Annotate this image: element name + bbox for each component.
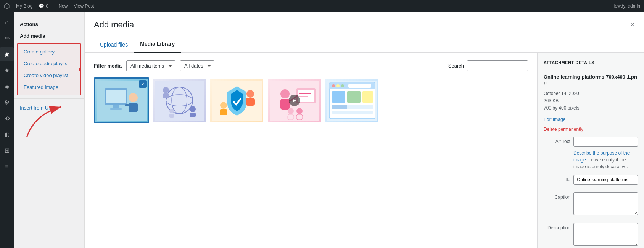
svg-point-42 bbox=[341, 84, 344, 87]
filter-bar: Filter media All media items All dates S… bbox=[94, 60, 528, 71]
svg-point-18 bbox=[169, 109, 174, 113]
main-layout: ⌂ ✏ ◉ ★ ◈ ⚙ ⟲ ◐ ⊞ ≡ Actions Add media Cr… bbox=[0, 12, 644, 248]
svg-rect-19 bbox=[169, 114, 174, 118]
svg-rect-49 bbox=[332, 105, 347, 109]
alt-text-row: Alt Text bbox=[544, 137, 638, 147]
sidebar-icon-posts[interactable]: ✏ bbox=[0, 31, 14, 45]
sidebar-icon-comments[interactable]: ◈ bbox=[0, 79, 14, 93]
dialog-close-button[interactable]: × bbox=[630, 21, 635, 29]
wp-logo[interactable]: ⬡ bbox=[4, 2, 10, 10]
search-area: Search bbox=[448, 60, 528, 71]
sidebar-icon-pages[interactable]: ★ bbox=[0, 63, 14, 77]
svg-rect-24 bbox=[220, 109, 227, 115]
media-item-1[interactable]: ✓ bbox=[94, 77, 149, 123]
admin-bar-howdy: Howdy, admin bbox=[612, 3, 640, 9]
attachment-filename: Online-learning-platforms-700x400-1.png bbox=[544, 74, 638, 85]
svg-rect-22 bbox=[246, 98, 255, 106]
tab-upload-files[interactable]: Upload files bbox=[94, 36, 134, 53]
add-media-header[interactable]: Add media bbox=[14, 30, 84, 42]
sidebar-icon-plugins[interactable]: ⟲ bbox=[0, 111, 14, 125]
svg-point-14 bbox=[163, 87, 169, 93]
svg-point-35 bbox=[296, 108, 303, 114]
sidebar-icon-users[interactable]: ◐ bbox=[0, 127, 14, 141]
delete-permanently-link[interactable]: Delete permanently bbox=[544, 127, 638, 132]
image-grid: ✓ bbox=[94, 77, 528, 123]
alt-text-input[interactable] bbox=[573, 137, 638, 147]
search-input[interactable] bbox=[467, 60, 528, 71]
actions-section-header: Actions bbox=[14, 18, 84, 30]
media-item-3[interactable] bbox=[209, 77, 264, 123]
svg-rect-36 bbox=[296, 114, 303, 120]
svg-rect-44 bbox=[332, 91, 345, 103]
attachment-details-panel: ATTACHMENT DETAILS Online-learnin bbox=[537, 53, 644, 248]
svg-rect-48 bbox=[332, 111, 373, 114]
svg-rect-9 bbox=[133, 104, 138, 106]
filter-label: Filter media bbox=[94, 63, 122, 69]
alt-text-hint: Describe the purpose of the image. Leave… bbox=[573, 150, 638, 170]
sidebar-icon-appearance[interactable]: ⚙ bbox=[0, 95, 14, 109]
svg-rect-17 bbox=[190, 113, 196, 117]
title-label: Title bbox=[544, 175, 570, 182]
sidebar-icon-tools[interactable]: ⊞ bbox=[0, 143, 14, 157]
media-thumb-5 bbox=[325, 79, 378, 122]
create-gallery-item[interactable]: Create gallery bbox=[18, 46, 80, 58]
media-item-5[interactable] bbox=[324, 77, 380, 123]
svg-point-21 bbox=[246, 90, 254, 98]
attachment-meta: October 14, 2020 263 KB 700 by 400 pixel… bbox=[544, 90, 638, 112]
alt-text-section: Alt Text Describe the purpose of the ima… bbox=[544, 137, 638, 170]
media-type-filter[interactable]: All media items bbox=[126, 60, 175, 71]
svg-point-33 bbox=[288, 108, 294, 114]
svg-rect-46 bbox=[362, 91, 373, 103]
sidebar: ⌂ ✏ ◉ ★ ◈ ⚙ ⟲ ◐ ⊞ ≡ bbox=[0, 12, 14, 248]
featured-image-item[interactable]: Featured image bbox=[18, 81, 80, 93]
svg-rect-3 bbox=[106, 90, 126, 103]
tab-media-library[interactable]: Media Library bbox=[134, 36, 181, 53]
play-overlay-4: ▶ bbox=[289, 95, 300, 106]
edit-image-link[interactable]: Edit Image bbox=[544, 117, 638, 122]
sidebar-icon-home[interactable]: ⌂ bbox=[0, 15, 14, 29]
svg-rect-43 bbox=[348, 84, 371, 88]
create-video-playlist-item[interactable]: Create video playlist bbox=[18, 69, 80, 81]
dialog-title: Add media bbox=[94, 20, 134, 30]
svg-rect-10 bbox=[155, 81, 204, 121]
dates-filter[interactable]: All dates bbox=[180, 60, 214, 71]
dialog-tabs: Upload files Media Library bbox=[85, 36, 644, 53]
dialog-header: Add media × bbox=[85, 12, 644, 36]
media-main-area: Filter media All media items All dates S… bbox=[85, 53, 537, 248]
sidebar-icon-media[interactable]: ◉ bbox=[0, 47, 14, 61]
media-content: Filter media All media items All dates S… bbox=[85, 53, 644, 248]
svg-rect-8 bbox=[125, 104, 129, 106]
description-label: Description bbox=[544, 223, 570, 230]
media-item-4[interactable]: ▶ bbox=[267, 77, 322, 123]
svg-rect-5 bbox=[110, 108, 122, 110]
caption-row: Caption bbox=[544, 192, 638, 215]
admin-bar-view-post[interactable]: View Post bbox=[74, 3, 94, 9]
svg-rect-27 bbox=[280, 99, 290, 110]
create-audio-playlist-item[interactable]: Create audio playlist bbox=[18, 58, 80, 69]
svg-rect-15 bbox=[163, 93, 169, 98]
admin-bar-blog[interactable]: My Blog bbox=[16, 3, 32, 9]
admin-bar-new[interactable]: + New bbox=[55, 3, 68, 9]
svg-rect-4 bbox=[113, 105, 119, 108]
admin-bar-comments[interactable]: 💬 0 bbox=[39, 3, 48, 9]
panel-divider bbox=[14, 98, 84, 99]
description-input[interactable] bbox=[573, 223, 638, 246]
svg-rect-29 bbox=[298, 90, 314, 102]
caption-input[interactable] bbox=[573, 192, 638, 215]
svg-point-26 bbox=[280, 89, 290, 98]
media-item-1-check: ✓ bbox=[139, 80, 147, 88]
svg-point-40 bbox=[332, 84, 335, 87]
media-thumb-2 bbox=[153, 79, 206, 122]
title-input[interactable] bbox=[573, 175, 638, 185]
dialog-content: Add media × Upload files Media Library F… bbox=[85, 12, 644, 248]
insert-from-url-item[interactable]: Insert from URL bbox=[14, 102, 84, 114]
search-label: Search bbox=[448, 63, 464, 69]
svg-point-23 bbox=[220, 102, 227, 109]
highlight-box: Create gallery Create audio playlist Cre… bbox=[17, 43, 81, 95]
left-panel: Actions Add media Create gallery Create … bbox=[14, 12, 85, 248]
svg-rect-45 bbox=[347, 91, 361, 103]
sidebar-icon-settings[interactable]: ≡ bbox=[0, 159, 14, 173]
alt-text-label: Alt Text bbox=[544, 137, 570, 144]
admin-bar: ⬡ My Blog 💬 0 + New View Post Howdy, adm… bbox=[0, 0, 644, 12]
media-item-2[interactable] bbox=[151, 77, 207, 123]
